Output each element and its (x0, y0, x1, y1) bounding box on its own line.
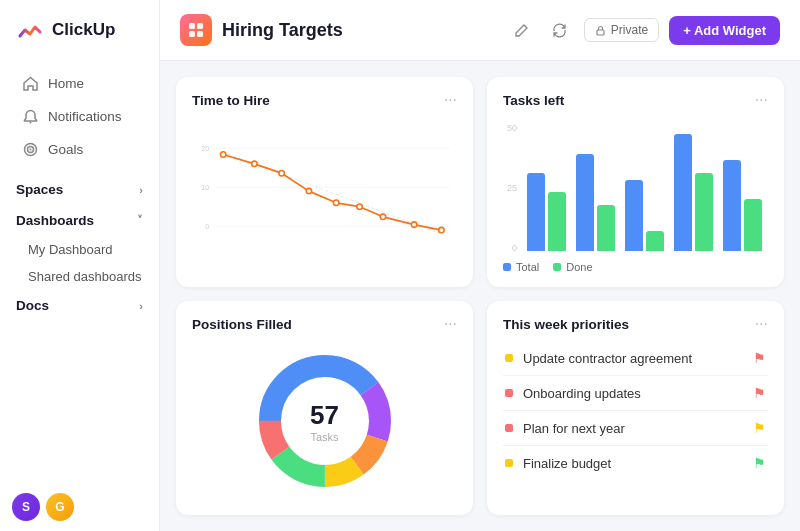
dashboard-icon (180, 14, 212, 46)
positions-filled-menu[interactable]: ··· (444, 315, 457, 333)
spaces-section-header[interactable]: Spaces › (0, 174, 159, 205)
priority-left-3: Finalize budget (505, 456, 611, 471)
svg-text:10: 10 (201, 184, 209, 191)
bar-total-5 (723, 160, 741, 251)
priority-flag-2: ⚑ (753, 420, 766, 436)
bar-done-5 (744, 199, 762, 251)
tasks-left-title: Tasks left (503, 93, 564, 108)
svg-rect-4 (189, 23, 195, 29)
priorities-menu[interactable]: ··· (755, 315, 768, 333)
bar-total-3 (625, 180, 643, 251)
bar-total-2 (576, 154, 594, 251)
page-title: Hiring Targets (222, 20, 343, 41)
positions-filled-title: Positions Filled (192, 317, 292, 332)
legend-done: Done (553, 261, 592, 273)
priority-dot-2 (505, 424, 513, 432)
dashboards-section-header[interactable]: Dashboards ˅ (0, 205, 159, 236)
svg-text:0: 0 (205, 223, 209, 230)
avatar-s[interactable]: S (12, 493, 40, 521)
time-to-hire-title: Time to Hire (192, 93, 270, 108)
svg-point-0 (29, 121, 31, 123)
page-header: Hiring Targets Private + Add Widget (160, 0, 800, 61)
y-label-0: 0 (512, 243, 517, 253)
dashboard-content: Time to Hire ··· 20 10 0 (160, 61, 800, 531)
legend-total: Total (503, 261, 539, 273)
positions-filled-header: Positions Filled ··· (192, 315, 457, 333)
priority-item-0: Update contractor agreement ⚑ (503, 341, 768, 376)
main-nav: Home Notifications Goals (0, 66, 159, 166)
priority-left-1: Onboarding updates (505, 386, 641, 401)
legend-done-dot (553, 263, 561, 271)
time-to-hire-menu[interactable]: ··· (444, 91, 457, 109)
private-badge: Private (584, 18, 659, 42)
bar-group-4 (674, 134, 715, 251)
priority-left-2: Plan for next year (505, 421, 625, 436)
donut-number: 57 (310, 400, 339, 431)
docs-section-header[interactable]: Docs › (0, 290, 159, 321)
spaces-chevron-icon: › (139, 184, 143, 196)
sidebar-item-shared-dashboards[interactable]: Shared dashboards (0, 263, 159, 290)
bar-done-2 (597, 205, 615, 251)
priority-flag-3: ⚑ (753, 455, 766, 471)
bar-group-3 (625, 180, 666, 251)
svg-rect-5 (197, 23, 203, 29)
svg-text:20: 20 (201, 145, 209, 152)
logo-text: ClickUp (52, 20, 115, 40)
bar-done-3 (646, 231, 664, 251)
bar-group-2 (576, 154, 617, 251)
home-icon (22, 75, 38, 91)
legend-total-dot (503, 263, 511, 271)
svg-rect-6 (189, 31, 195, 37)
svg-point-16 (220, 152, 225, 157)
svg-rect-7 (197, 31, 203, 37)
time-to-hire-chart: 20 10 0 (192, 117, 457, 273)
refresh-button[interactable] (546, 16, 574, 44)
bar-done-1 (548, 192, 566, 251)
svg-point-20 (333, 200, 338, 205)
priority-list: Update contractor agreement ⚑ Onboarding… (503, 341, 768, 501)
bar-done-4 (695, 173, 713, 251)
sidebar-item-home[interactable]: Home (6, 67, 153, 99)
priority-text-0: Update contractor agreement (523, 351, 692, 366)
priority-flag-0: ⚑ (753, 350, 766, 366)
sidebar-item-goals[interactable]: Goals (6, 133, 153, 165)
add-widget-button[interactable]: + Add Widget (669, 16, 780, 45)
edit-button[interactable] (508, 16, 536, 44)
svg-point-21 (357, 204, 362, 209)
svg-point-19 (306, 188, 311, 193)
bar-group-1 (527, 173, 568, 251)
priority-dot-3 (505, 459, 513, 467)
time-to-hire-header: Time to Hire ··· (192, 91, 457, 109)
private-label: Private (611, 23, 648, 37)
sidebar-item-my-dashboard[interactable]: My Dashboard (0, 236, 159, 263)
svg-point-22 (380, 214, 385, 219)
sidebar-bottom: S G (0, 483, 159, 531)
target-icon (22, 141, 38, 157)
sidebar-item-notifications[interactable]: Notifications (6, 100, 153, 132)
priorities-header: This week priorities ··· (503, 315, 768, 333)
priority-text-2: Plan for next year (523, 421, 625, 436)
svg-point-17 (252, 161, 257, 166)
bar-total-4 (674, 134, 692, 251)
header-left: Hiring Targets (180, 14, 343, 46)
bell-icon (22, 108, 38, 124)
sidebar: ClickUp Home Notifications Goals Spaces … (0, 0, 160, 531)
donut-label: Tasks (310, 431, 339, 443)
priority-item-2: Plan for next year ⚑ (503, 411, 768, 446)
docs-chevron-icon: › (139, 300, 143, 312)
bar-chart-legend: Total Done (503, 261, 768, 273)
logo-area: ClickUp (0, 0, 159, 56)
svg-point-18 (279, 170, 284, 175)
svg-point-3 (29, 148, 31, 150)
priority-dot-0 (505, 354, 513, 362)
donut-chart-container: 57 Tasks (192, 341, 457, 501)
bar-total-1 (527, 173, 545, 251)
tasks-left-chart: 50 25 0 (503, 117, 768, 273)
donut-center: 57 Tasks (310, 400, 339, 443)
tasks-left-menu[interactable]: ··· (755, 91, 768, 109)
priority-left-0: Update contractor agreement (505, 351, 692, 366)
header-right: Private + Add Widget (508, 16, 780, 45)
priority-text-3: Finalize budget (523, 456, 611, 471)
dashboards-chevron-icon: ˅ (137, 214, 143, 227)
avatar-g[interactable]: G (46, 493, 74, 521)
